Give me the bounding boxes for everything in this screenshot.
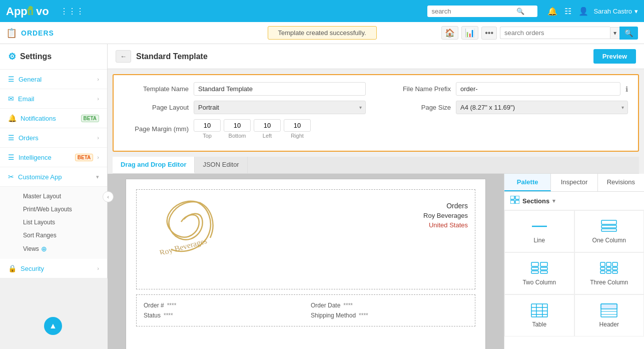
- margin-top-label: Top: [203, 133, 212, 139]
- form-right: File Name Prefix ℹ Page Size A4 (8.27" x…: [386, 82, 628, 144]
- apps-icon[interactable]: ☷: [564, 7, 571, 16]
- general-arrow-icon: ›: [97, 76, 99, 82]
- search-orders-button[interactable]: 🔍: [619, 27, 638, 40]
- sidebar-item-general[interactable]: ☰ General ›: [0, 70, 107, 89]
- svg-rect-14: [540, 262, 547, 266]
- svg-rect-25: [600, 271, 605, 273]
- top-search-input[interactable]: [431, 8, 516, 15]
- user-badge[interactable]: Sarah Castro ▾: [593, 8, 638, 15]
- sidebar-item-orders[interactable]: ☰ Orders ›: [0, 128, 107, 148]
- tab-drag-drop[interactable]: Drag and Drop Editor: [113, 157, 195, 173]
- palette-label-line: Line: [533, 237, 545, 244]
- general-icon: ☰: [8, 75, 15, 83]
- tab-inspector[interactable]: Inspector: [551, 174, 597, 191]
- bell-icon[interactable]: 🔔: [547, 7, 557, 16]
- sidebar-item-label: Notifications: [21, 115, 77, 122]
- canvas-company-name: Orders: [423, 202, 468, 210]
- svg-rect-13: [531, 262, 538, 266]
- file-name-row: File Name Prefix ℹ: [386, 82, 628, 96]
- sidebar-item-label: Intelligence: [19, 154, 71, 161]
- order-date-value: ****: [343, 302, 353, 309]
- svg-rect-7: [510, 200, 514, 204]
- editor-tabs: Drag and Drop Editor JSON Editor: [113, 157, 639, 174]
- home-icon[interactable]: 🏠: [441, 26, 458, 40]
- tab-revisions[interactable]: Revisions: [598, 174, 644, 191]
- canvas-section-header: Roy Beverages Orders R: [136, 189, 475, 289]
- shipping-value: ****: [359, 312, 368, 319]
- margin-right-label: Right: [291, 133, 304, 139]
- palette-item-three-column[interactable]: Three Column: [574, 252, 645, 294]
- palette-sections-header[interactable]: Sections ▾: [504, 192, 644, 210]
- customize-arrow-icon: ▾: [96, 174, 99, 180]
- sidebar-item-email[interactable]: ✉ Email ›: [0, 89, 107, 109]
- margin-top-input[interactable]: [194, 119, 221, 132]
- file-name-label: File Name Prefix: [386, 85, 451, 93]
- svg-rect-10: [601, 220, 616, 224]
- sidebar-sub-list-layouts[interactable]: List Layouts: [15, 216, 107, 229]
- palette-item-line[interactable]: Line: [504, 210, 574, 252]
- status-label: Status: [144, 312, 161, 319]
- sidebar-item-notifications[interactable]: 🔔 Notifications BETA: [0, 109, 107, 128]
- sidebar-sub-views[interactable]: Views ⊕: [15, 242, 107, 256]
- margin-left-input[interactable]: [254, 119, 281, 132]
- notification-icon: 🔔: [8, 114, 17, 122]
- sidebar-item-security[interactable]: 🔒 Security ›: [0, 259, 107, 278]
- top-search-bar[interactable]: 🔍: [427, 6, 537, 17]
- orders-sidebar-icon: ☰: [8, 134, 15, 142]
- canvas-page: Roy Beverages Orders R: [126, 179, 486, 349]
- file-name-input[interactable]: [456, 82, 620, 96]
- sidebar-item-customize[interactable]: ✂ Customize App ▾: [0, 167, 107, 187]
- orders-arrow-icon: ›: [97, 135, 99, 141]
- page-size-select[interactable]: A4 (8.27" x 11.69") Letter: [456, 101, 628, 114]
- palette-item-one-column[interactable]: One Column: [574, 210, 645, 252]
- svg-rect-12: [601, 229, 616, 231]
- grid-icon[interactable]: ⋮⋮⋮: [60, 7, 84, 16]
- status-value: ****: [164, 312, 173, 319]
- views-plus-icon[interactable]: ⊕: [41, 245, 47, 253]
- sidebar-sub-sort-ranges[interactable]: Sort Ranges: [15, 229, 107, 242]
- customize-icon: ✂: [8, 173, 14, 181]
- search-orders-dropdown[interactable]: ▾: [610, 27, 619, 39]
- template-name-input[interactable]: [194, 82, 366, 96]
- template-form: Template Name Page Layout Portrait Lands…: [113, 74, 639, 152]
- collapse-sidebar-button[interactable]: ‹: [103, 191, 114, 202]
- page-size-select-wrap: A4 (8.27" x 11.69") Letter ▾: [456, 101, 628, 114]
- info-icon[interactable]: ℹ: [625, 85, 628, 93]
- margin-bottom-label: Bottom: [229, 133, 246, 139]
- back-button[interactable]: ←: [116, 50, 131, 63]
- security-icon: 🔒: [8, 264, 17, 272]
- page-layout-select[interactable]: Portrait Landscape: [194, 101, 366, 114]
- sidebar-item-intelligence[interactable]: ☰ Intelligence BETA ›: [0, 148, 107, 167]
- editor-canvas[interactable]: Roy Beverages Orders R: [108, 174, 504, 349]
- header-icon: [600, 303, 618, 318]
- tab-palette[interactable]: Palette: [504, 174, 551, 191]
- scroll-up-button[interactable]: ▲: [44, 317, 62, 335]
- margin-left-field: Left: [254, 119, 281, 139]
- preview-button[interactable]: Preview: [593, 49, 636, 64]
- canvas-section-fields: Order # **** Order Date **** Status ****: [136, 294, 475, 326]
- logo-svg: App ti vo: [6, 3, 51, 19]
- palette-item-table[interactable]: Table: [504, 294, 574, 336]
- user-circle-icon[interactable]: 👤: [578, 7, 588, 16]
- tab-json-editor[interactable]: JSON Editor: [195, 157, 247, 173]
- palette-grid: Line One Column: [504, 210, 644, 336]
- sidebar: ⚙ Settings ☰ General › ✉ Email › 🔔 Notif…: [0, 44, 108, 278]
- more-icon[interactable]: •••: [481, 27, 497, 40]
- bar-chart-icon[interactable]: 📊: [461, 26, 478, 40]
- shipping-label: Shipping Method: [311, 312, 356, 319]
- svg-rect-18: [540, 271, 547, 273]
- palette-label-one-column: One Column: [592, 237, 626, 244]
- sidebar-sub-master-layout[interactable]: Master Layout: [15, 190, 107, 203]
- palette-item-two-column[interactable]: Two Column: [504, 252, 574, 294]
- svg-text:vo: vo: [36, 5, 49, 18]
- sidebar-sub-print-layouts[interactable]: Print/Web Layouts: [15, 203, 107, 216]
- search-orders-input[interactable]: [500, 27, 610, 39]
- margin-right-field: Right: [284, 119, 311, 139]
- margin-right-input[interactable]: [284, 119, 311, 132]
- intelligence-icon: ☰: [8, 153, 15, 161]
- two-column-icon: [530, 261, 548, 276]
- email-arrow-icon: ›: [97, 96, 99, 102]
- palette-item-header[interactable]: Header: [574, 294, 645, 336]
- margin-bottom-input[interactable]: [224, 119, 251, 132]
- search-icon[interactable]: 🔍: [516, 8, 524, 15]
